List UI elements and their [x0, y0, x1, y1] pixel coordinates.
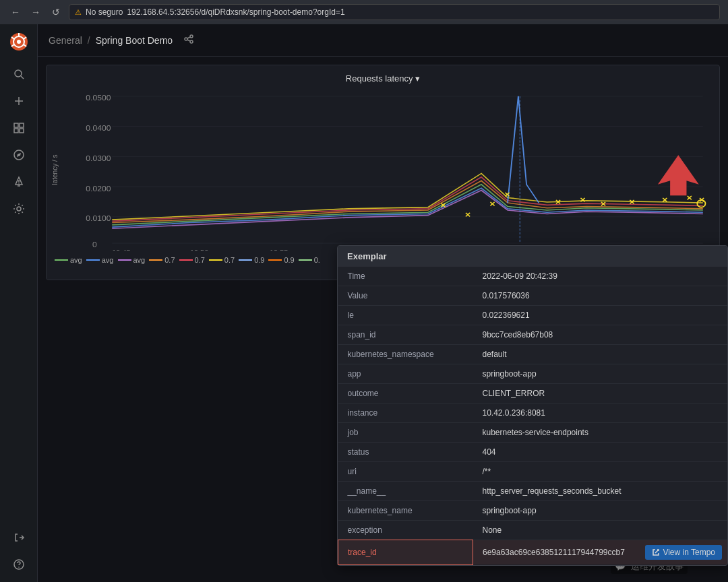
- chart-title[interactable]: Requests latency ▾: [55, 73, 711, 84]
- back-button[interactable]: ←: [8, 5, 23, 20]
- svg-text:×: ×: [489, 198, 495, 208]
- svg-point-8: [15, 70, 22, 77]
- top-bar: General / Spring Boot Demo: [38, 24, 728, 57]
- legend-item-7: 0.9: [239, 256, 264, 264]
- security-icon: ⚠: [75, 8, 82, 17]
- exemplar-field-value: /**: [473, 462, 728, 482]
- exemplar-field-value: 10.42.0.236:8081: [473, 403, 728, 423]
- svg-text:0.0500: 0.0500: [86, 94, 111, 102]
- exemplar-tooltip: Exemplar Time 2022-06-09 20:42:39 Value …: [337, 245, 728, 566]
- share-button[interactable]: [183, 34, 194, 47]
- breadcrumb-home[interactable]: General: [49, 35, 82, 46]
- legend-item-8: 0.9: [268, 256, 294, 264]
- exemplar-table: Time 2022-06-09 20:42:39 Value 0.0175760…: [338, 267, 727, 565]
- exemplar-field-key: Time: [338, 267, 473, 286]
- exemplar-field-key: outcome: [338, 384, 473, 403]
- sidebar-item-help[interactable]: [7, 552, 31, 577]
- exemplar-field-value: 0.017576036: [473, 286, 728, 306]
- svg-point-25: [190, 35, 193, 38]
- exemplar-field-key: exception: [338, 521, 473, 540]
- svg-text:×: ×: [440, 199, 446, 209]
- svg-point-19: [18, 183, 20, 185]
- svg-line-9: [21, 76, 24, 79]
- legend-item-9: 0.: [299, 256, 320, 264]
- svg-text:19:45: 19:45: [112, 249, 131, 251]
- svg-text:×: ×: [504, 189, 510, 199]
- main-content: General / Spring Boot Demo Requests late…: [38, 24, 728, 582]
- exemplar-field-key: __name__: [338, 482, 473, 501]
- exemplar-field-key: span_id: [338, 325, 473, 345]
- legend-item-6: 0.7: [209, 256, 235, 264]
- sidebar-item-search[interactable]: [7, 62, 31, 86]
- svg-line-29: [187, 40, 190, 41]
- exemplar-field-value: springboot-app: [473, 364, 728, 384]
- secure-label: No seguro: [86, 7, 123, 17]
- exemplar-field-key: job: [338, 423, 473, 443]
- sidebar-item-add[interactable]: [7, 89, 31, 113]
- page-title: Spring Boot Demo: [96, 35, 173, 46]
- url-text: 192.168.64.5:32656/d/qiDRdxsnk/spring-bo…: [127, 7, 344, 17]
- svg-marker-17: [17, 153, 21, 157]
- exemplar-field-value: 2022-06-09 20:42:39: [473, 267, 728, 286]
- y-axis-label: latency / s: [51, 154, 59, 185]
- browser-chrome: ← → ↺ ⚠ No seguro 192.168.64.5:32656/d/q…: [0, 0, 728, 24]
- svg-text:0.0300: 0.0300: [86, 154, 111, 162]
- address-bar[interactable]: ⚠ No seguro 192.168.64.5:32656/d/qiDRdxs…: [69, 4, 720, 20]
- sidebar-item-signout[interactable]: [7, 525, 31, 550]
- grafana-logo[interactable]: [7, 30, 31, 54]
- chart-svg: 0.0500 0.0400 0.0300 0.0200 0.0100 0: [55, 89, 711, 251]
- sidebar-item-explore[interactable]: [7, 143, 31, 167]
- svg-text:×: ×: [580, 195, 586, 205]
- chart-area[interactable]: latency / s 0.0500 0.0400 0.0300 0.0200 …: [55, 89, 711, 251]
- legend-item-3: avg: [118, 256, 146, 264]
- svg-text:0.0400: 0.0400: [86, 125, 111, 132]
- breadcrumb: General / Spring Boot Demo: [49, 35, 173, 46]
- exemplar-field-key: kubernetes_name: [338, 501, 473, 521]
- svg-rect-15: [20, 129, 24, 133]
- exemplar-field-key: status: [338, 443, 473, 462]
- svg-text:×: ×: [629, 197, 635, 207]
- trace-id-key: trace_id: [338, 540, 473, 565]
- forward-button[interactable]: →: [28, 5, 43, 20]
- svg-rect-14: [14, 129, 18, 133]
- svg-text:×: ×: [601, 198, 607, 208]
- svg-rect-12: [14, 123, 18, 127]
- trace-id-value: 6e9a63ac69ce6385121117944799ccb7 View in…: [473, 540, 727, 564]
- exemplar-field-key: kubernetes_namespace: [338, 345, 473, 364]
- svg-text:19:55: 19:55: [270, 249, 289, 251]
- dashboard: Requests latency ▾ latency / s 0.0500 0.…: [38, 57, 728, 582]
- exemplar-field-value: 9bcc7ced8eb67b08: [473, 325, 728, 345]
- svg-text:×: ×: [465, 209, 471, 220]
- sidebar-item-dashboards[interactable]: [7, 116, 31, 140]
- sidebar: [0, 24, 38, 582]
- exemplar-field-value: None: [473, 521, 728, 540]
- legend-item-1: avg: [55, 256, 82, 264]
- svg-text:0.0200: 0.0200: [86, 185, 111, 192]
- exemplar-field-value: springboot-app: [473, 501, 728, 521]
- svg-text:×: ×: [555, 197, 562, 207]
- sidebar-bottom: [7, 525, 31, 577]
- exemplar-field-value: 0.022369621: [473, 306, 728, 325]
- exemplar-field-key: uri: [338, 462, 473, 482]
- svg-line-28: [187, 37, 190, 38]
- view-in-tempo-button[interactable]: View in Tempo: [645, 545, 722, 560]
- app-container: General / Spring Boot Demo Requests late…: [0, 24, 728, 582]
- exemplar-field-key: le: [338, 306, 473, 325]
- chart-title-icon: ▾: [415, 73, 420, 84]
- svg-text:×: ×: [662, 195, 668, 205]
- svg-point-27: [190, 40, 193, 43]
- exemplar-field-key: app: [338, 364, 473, 384]
- reload-button[interactable]: ↺: [49, 5, 63, 20]
- sidebar-item-alerting[interactable]: [7, 170, 31, 194]
- svg-rect-13: [20, 123, 24, 127]
- exemplar-header: Exemplar: [338, 246, 727, 267]
- svg-line-63: [655, 550, 659, 553]
- exemplar-field-value: kubernetes-service-endpoints: [473, 423, 728, 443]
- exemplar-field-value: default: [473, 345, 728, 364]
- svg-text:0.0100: 0.0100: [86, 215, 111, 222]
- breadcrumb-separator: /: [88, 35, 90, 46]
- svg-text:×: ×: [686, 193, 692, 203]
- svg-point-21: [17, 207, 21, 211]
- svg-text:19:50: 19:50: [190, 249, 209, 251]
- sidebar-item-config[interactable]: [7, 197, 31, 221]
